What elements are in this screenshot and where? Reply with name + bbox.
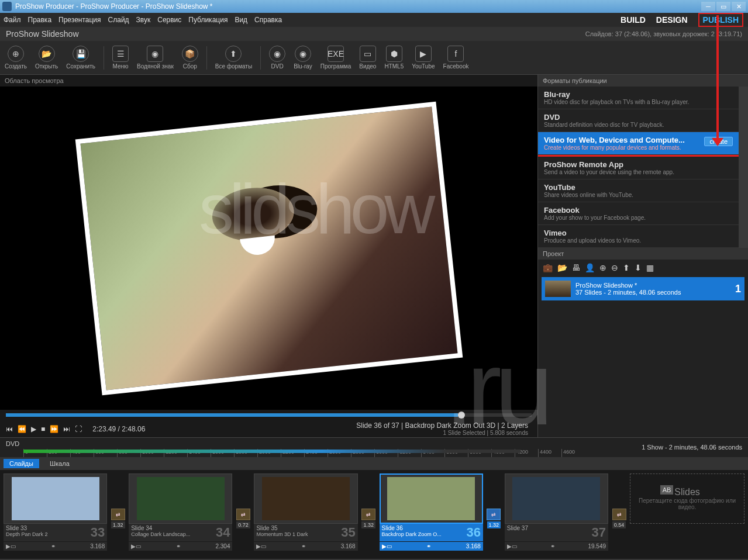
slide-35[interactable]: Slide 35Momentum 3D 1 Dark35 ▶▭⚭3.168 [254,473,357,555]
ruler-tick: 4600 [561,449,585,457]
tab-slides[interactable]: Слайды [4,459,39,468]
toolbar-menu[interactable]: ☰Меню [112,46,129,70]
app-icon [2,2,12,11]
menu-Правка[interactable]: Правка [28,16,52,24]
slide-play-icon[interactable]: ▶▭ [131,543,141,549]
slide-info-sub: 1 Slide Selected | 5.808 seconds [160,430,528,436]
transition-icon: ⇄ [111,509,125,520]
format-item[interactable]: DVDStandard definition video disc for TV… [538,109,739,132]
proj-grid-icon[interactable]: ▦ [646,263,654,272]
ruler-tick: 4400 [538,449,561,457]
transition[interactable]: ⇄1.32 [360,473,377,555]
ruler[interactable]: DVD 020040060080010001200140016001800200… [0,437,748,457]
video-icon: ▭ [360,46,376,62]
toolbar-facebook[interactable]: fFacebook [443,46,469,70]
toolbar-watermark[interactable]: ◉Водяной знак [137,46,174,70]
tab-scale[interactable]: Шкала [44,459,75,468]
toolbar-html5[interactable]: ⬢HTML5 [384,46,404,70]
save-icon: 💾 [73,46,89,62]
slide-link-icon[interactable]: ⚭ [51,543,56,549]
scrub-bar[interactable] [6,413,532,417]
timeline-tabs: Слайды Шкала [0,457,748,470]
toolbar-collect[interactable]: 📦Сбор [182,46,198,70]
mode-build[interactable]: BUILD [621,15,646,25]
toolbar-create[interactable]: ⊕Создать [5,46,27,70]
slide-play-icon[interactable]: ▶▭ [6,543,16,549]
formats-scrollbar[interactable] [739,87,748,248]
format-item[interactable]: VimeoProduce and upload videos to Vimeo. [538,225,739,248]
toolbar-program[interactable]: EXEПрограмма [320,46,351,70]
forward-button[interactable]: ⏩ [50,425,58,433]
scrub-knob[interactable] [458,412,465,419]
annotation-arrow [716,15,719,145]
slide-info: Slide 36 of 37 | Backdrop Dark Zoom Out … [160,421,528,430]
toolbar-bluray[interactable]: ◉Blu-ray [294,46,312,70]
menu-Файл[interactable]: Файл [4,16,21,24]
scrub-fill [6,413,458,417]
fullscreen-button[interactable]: ⛶ [75,425,82,433]
menu-Слайд[interactable]: Слайд [108,16,129,24]
slide-36[interactable]: Slide 36Backdrop Dark Zoom O...36 ▶▭⚭3.1… [380,473,483,555]
project-item[interactable]: ProShow Slideshow * 37 Slides - 2 minute… [542,277,744,300]
menu-Звук[interactable]: Звук [136,16,151,24]
facebook-icon: f [447,46,464,62]
proj-person-icon[interactable]: 👤 [585,263,595,272]
slide-link-icon[interactable]: ⚭ [550,543,555,549]
transition[interactable]: ⇄0.72 [235,473,251,555]
slide-thumb [12,477,99,520]
slide-link-icon[interactable]: ⚭ [176,543,181,549]
open-icon: 📂 [39,46,55,62]
transition-icon: ⇄ [236,509,250,520]
play-button[interactable]: ▶ [31,425,36,433]
slide-play-icon[interactable]: ▶▭ [507,543,517,549]
proj-open-icon[interactable]: 📂 [557,263,567,272]
format-item[interactable]: FacebookAdd your show to your Facebook p… [538,202,739,225]
watermark-icon: ◉ [147,46,163,62]
toolbar-open[interactable]: 📂Открыть [35,46,58,70]
youtube-icon: ▶ [415,46,432,62]
stop-button[interactable]: ■ [41,425,45,433]
toolbar-youtube[interactable]: ▶YouTube [412,46,435,70]
first-button[interactable]: ⏮ [6,425,13,433]
format-item[interactable]: Blu-rayHD video disc for playback on TVs… [538,87,739,109]
mode-publish[interactable]: PUBLISH [698,13,743,27]
slide-link-icon[interactable]: ⚭ [426,543,431,549]
toolbar-video[interactable]: ▭Видео [359,46,376,70]
slide-play-icon[interactable]: ▶▭ [256,543,266,549]
toolbar-all[interactable]: ⬆Все форматы [215,46,252,70]
transition[interactable]: ⇄1.32 [485,473,502,555]
mode-design[interactable]: DESIGN [656,15,688,25]
proj-remove-icon[interactable]: ⊖ [611,263,618,272]
last-button[interactable]: ⏭ [63,425,70,433]
add-slide-dropzone[interactable]: ABSlidesПеретащите сюда фотографию или в… [630,473,744,524]
proj-add-icon[interactable]: ⊕ [599,263,606,272]
proj-up-icon[interactable]: ⬆ [623,263,630,272]
maximize-button[interactable]: ▭ [716,2,730,11]
toolbar-save[interactable]: 💾Сохранить [66,46,95,70]
slide-play-icon[interactable]: ▶▭ [382,543,392,549]
format-item[interactable]: ProShow Remote AppSend a video to your d… [538,157,739,179]
slide-37[interactable]: Slide 3737 ▶▭⚭19.549 [505,473,608,555]
proj-briefcase-icon[interactable]: 💼 [543,263,553,272]
menu-Справка[interactable]: Справка [254,16,282,24]
slide-33[interactable]: Slide 33Depth Pan Dark 233 ▶▭⚭3.168 [4,473,107,555]
slide-34[interactable]: Slide 34Collage Dark Landscap...34 ▶▭⚭2.… [129,473,232,555]
menu-Вид[interactable]: Вид [235,16,247,24]
format-item[interactable]: YouTubeShare videos online with YouTube. [538,179,739,202]
menu-Сервис[interactable]: Сервис [157,16,181,24]
format-item[interactable]: createVideo for Web, Devices and Compute… [538,132,739,155]
all-icon: ⬆ [225,46,242,62]
transition[interactable]: ⇄1.32 [109,473,126,555]
close-button[interactable]: ✕ [732,2,746,11]
menu-Презентация[interactable]: Презентация [58,16,101,24]
transition[interactable]: ⇄0.54 [611,473,628,555]
rewind-button[interactable]: ⏪ [18,425,26,433]
toolbar-dvd[interactable]: ◉DVD [269,46,285,70]
slide-link-icon[interactable]: ⚭ [301,543,306,549]
minimize-button[interactable]: ─ [701,2,715,11]
proj-down-icon[interactable]: ⬇ [635,263,642,272]
formats-list: Blu-rayHD video disc for playback on TVs… [538,87,739,248]
proj-print-icon[interactable]: 🖶 [572,263,580,272]
menu-Публикация[interactable]: Публикация [188,16,227,24]
preview-canvas[interactable]: slidshow [0,87,537,410]
